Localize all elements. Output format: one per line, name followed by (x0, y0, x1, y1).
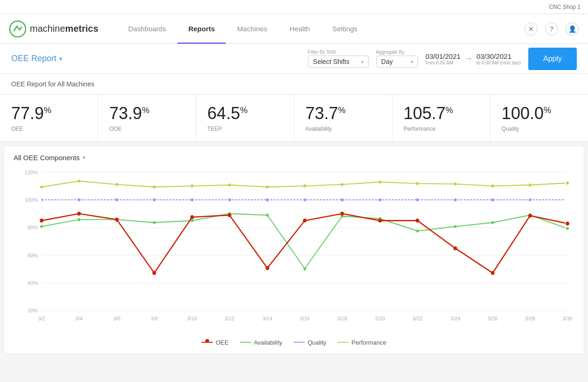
date-to: 03/30/2021 (476, 52, 521, 60)
kpi-oee-label: OEE (11, 126, 23, 132)
svg-text:60%: 60% (28, 252, 38, 258)
notifications-icon[interactable]: ✕ (525, 22, 538, 35)
svg-point-83 (378, 219, 382, 222)
legend-availability-line (240, 342, 251, 343)
svg-text:120%: 120% (25, 169, 38, 175)
user-icon[interactable]: 👤 (566, 22, 579, 35)
aggregate-chevron-icon: ▾ (411, 59, 413, 64)
filter-shift-select[interactable]: Select Shifts ▾ (308, 56, 369, 68)
chart-container: 120% 100% 80% 60% 40% 20% 3/2 3/4 3/6 3/… (14, 167, 574, 335)
kpi-performance-label: Performance (404, 126, 436, 132)
legend-quality: Quality (294, 339, 326, 346)
svg-point-79 (228, 213, 231, 217)
svg-point-75 (77, 212, 81, 215)
chart-legend: OEE Availability Quality Performance (14, 339, 574, 346)
aggregate-group: Aggregate By Day ▾ (376, 50, 418, 68)
legend-oee-label: OEE (216, 339, 228, 346)
kpi-teep-value: 64.5% (207, 104, 247, 123)
report-title-caret: ▾ (59, 56, 62, 62)
svg-point-55 (454, 182, 457, 185)
kpi-performance-value: 105.7% (404, 104, 453, 123)
svg-point-77 (152, 271, 156, 275)
svg-point-78 (190, 215, 194, 219)
date-from: 03/01/2021 (426, 52, 461, 60)
top-bar: CNC Shop 1 (0, 0, 588, 14)
section-header: OEE Report for All Machines (0, 74, 588, 95)
svg-text:3/28: 3/28 (525, 316, 535, 321)
svg-point-76 (115, 218, 119, 221)
nav-item-health[interactable]: Health (279, 14, 321, 44)
kpi-ooe-label: OOE (109, 126, 122, 132)
svg-text:80%: 80% (28, 225, 38, 230)
section-title: OEE Report for All Machines (11, 80, 94, 88)
nav-icons: ✕ ? 👤 (525, 22, 579, 35)
date-from-block: 03/01/2021 from 6:00 AM (426, 52, 461, 65)
chart-title-chevron-icon: ▾ (83, 155, 85, 161)
kpi-quality-label: Quality (502, 126, 519, 132)
svg-point-36 (303, 198, 306, 201)
svg-text:3/12: 3/12 (224, 316, 234, 321)
svg-point-45 (77, 179, 80, 182)
kpi-performance: 105.7% Performance (392, 95, 490, 141)
kpi-oee-value: 77.9% (11, 104, 51, 123)
svg-point-40 (454, 198, 457, 201)
nav-item-machines[interactable]: Machines (226, 14, 278, 44)
nav-item-reports[interactable]: Reports (177, 14, 226, 44)
svg-point-52 (341, 183, 343, 185)
svg-point-49 (228, 184, 231, 186)
svg-point-50 (266, 185, 269, 188)
svg-point-86 (491, 271, 495, 275)
kpi-teep: 64.5% TEEP (196, 95, 294, 141)
date-to-sub: to 6:00 AM (next day) (476, 60, 521, 65)
svg-text:3/16: 3/16 (300, 316, 309, 321)
svg-point-46 (115, 183, 118, 185)
svg-point-81 (303, 219, 307, 222)
svg-point-39 (416, 198, 419, 201)
report-title[interactable]: OEE Report ▾ (11, 54, 62, 64)
svg-point-44 (40, 185, 43, 188)
toolbar: OEE Report ▾ Filter By Shift Select Shif… (0, 44, 588, 74)
svg-text:3/24: 3/24 (450, 316, 460, 321)
svg-text:100%: 100% (25, 197, 38, 202)
nav-item-dashboards[interactable]: Dashboards (117, 14, 177, 44)
svg-point-57 (529, 184, 532, 186)
date-from-sub: from 6:00 AM (426, 60, 461, 65)
svg-point-59 (40, 225, 43, 227)
svg-point-30 (77, 198, 80, 201)
legend-performance: Performance (337, 339, 386, 346)
svg-text:3/10: 3/10 (187, 316, 197, 321)
logo-icon (9, 21, 26, 37)
kpi-quality: 100.0% Quality (490, 95, 588, 141)
svg-point-33 (191, 198, 194, 201)
svg-point-47 (153, 185, 155, 188)
aggregate-label: Aggregate By (376, 50, 405, 55)
svg-point-31 (115, 198, 118, 201)
kpi-quality-value: 100.0% (502, 104, 551, 123)
chart-header[interactable]: All OEE Components ▾ (14, 154, 574, 162)
svg-text:40%: 40% (28, 280, 38, 285)
svg-point-85 (454, 246, 457, 250)
svg-point-53 (378, 180, 381, 183)
kpi-oee: 77.9% OEE (0, 95, 98, 141)
svg-point-60 (77, 218, 80, 221)
legend-oee: OEE (202, 339, 228, 346)
date-range: 03/01/2021 from 6:00 AM → 03/30/2021 to … (426, 52, 521, 65)
legend-performance-label: Performance (351, 339, 386, 346)
svg-point-34 (228, 198, 231, 201)
help-icon[interactable]: ? (545, 22, 558, 35)
kpi-ooe: 73.9% OOE (98, 95, 196, 141)
chart-section: All OEE Components ▾ 120% 100% 80% 60% 4… (4, 146, 584, 354)
svg-point-69 (416, 229, 419, 232)
shift-chevron-icon: ▾ (361, 59, 364, 64)
aggregate-select[interactable]: Day ▾ (376, 56, 418, 68)
nav-item-settings[interactable]: Settings (321, 14, 369, 44)
svg-point-37 (341, 198, 343, 201)
apply-button[interactable]: Apply (528, 48, 577, 70)
svg-point-51 (303, 184, 306, 187)
legend-availability-label: Availability (254, 339, 282, 346)
legend-quality-line (294, 342, 305, 343)
svg-rect-1 (42, 170, 565, 313)
svg-point-87 (528, 213, 532, 217)
kpi-availability-label: Availability (306, 126, 332, 132)
svg-text:20%: 20% (28, 308, 38, 313)
